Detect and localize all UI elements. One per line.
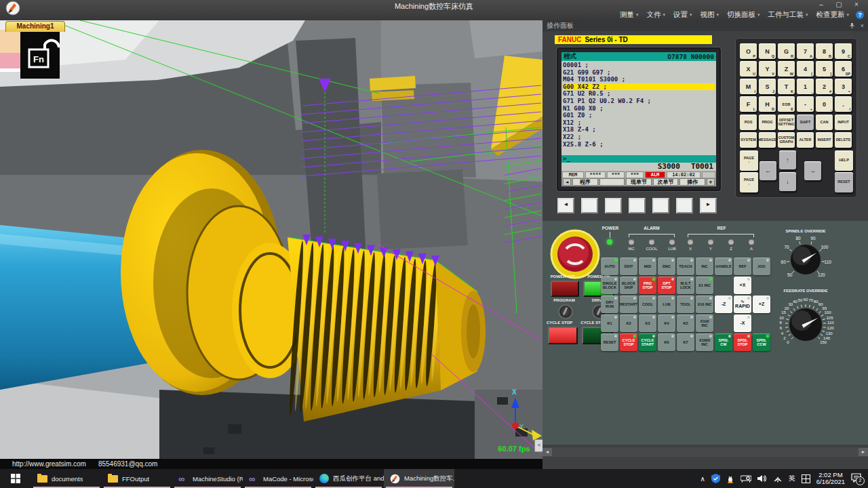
mdi-key-x[interactable]: XU [740, 61, 757, 77]
taskbar-item[interactable]: Machining数控车... [384, 469, 454, 488]
machine-key-reset[interactable]: RESET [601, 333, 618, 351]
taskbar-item[interactable]: documents [31, 469, 102, 488]
ime-language-indicator[interactable]: 英 [789, 474, 795, 483]
machine-key-cool[interactable]: COOL [639, 296, 656, 313]
key-prog[interactable]: PROG [759, 115, 776, 130]
key-cursor-right[interactable]: → [804, 161, 821, 180]
key-system[interactable]: SYSTEM [740, 132, 757, 148]
key-page-up[interactable]: PAGE↑ [740, 150, 758, 171]
security-shield-icon[interactable] [711, 474, 720, 483]
machine-key-opt-stop[interactable]: OPT STOP [658, 277, 675, 294]
taskbar-item[interactable]: 西瓜创作平台 and... [313, 469, 384, 488]
softkey-button[interactable] [629, 198, 646, 214]
mdi-key-1[interactable]: 1, [797, 79, 814, 94]
machine-key-prg-stop[interactable]: PRG STOP [639, 277, 656, 294]
mdi-key-0[interactable]: 0. [816, 96, 833, 112]
network-signal-icon[interactable] [773, 474, 783, 483]
start-button[interactable] [0, 469, 31, 488]
menu-item[interactable]: 视图▾ [696, 9, 723, 20]
machine-key-dnc[interactable]: DNC [658, 258, 675, 275]
softkey[interactable]: 次单节 [653, 178, 679, 186]
panel-horizontal-scrollbar[interactable]: ◄ ► [542, 447, 868, 457]
mdi-key-f[interactable]: FL [740, 96, 757, 112]
help-icon[interactable]: ? [856, 11, 864, 19]
key-offset-setting[interactable]: OFFSET SETTING [778, 115, 795, 130]
fn-lock-overlay[interactable]: Fn [20, 26, 60, 79]
softkey-page-right[interactable]: + [707, 178, 715, 186]
panel-collapse-button[interactable]: < [534, 439, 542, 452]
key-message[interactable]: MESSAGE [759, 132, 776, 148]
panel-close-icon[interactable]: × [861, 22, 864, 29]
softkey[interactable]: 操作 [679, 178, 705, 186]
machine-key-k1[interactable]: K1 [601, 314, 618, 332]
key-help[interactable]: HELP [835, 150, 853, 171]
mdi-key-2[interactable]: 2# [816, 79, 833, 94]
machine-key-rapid[interactable]: ∿RAPID [734, 296, 751, 313]
machine-key-ref[interactable]: REF [734, 258, 751, 275]
menu-item[interactable]: 工件与工装▾ [764, 9, 812, 20]
pin-icon[interactable] [849, 22, 855, 28]
feedrate-override-knob[interactable]: FEEDRATE OVERRIDE 0246810152030405060708… [755, 289, 856, 359]
softkey-button-left[interactable]: ◄ [557, 198, 574, 214]
machine-key-m-s-t-lock[interactable]: M.S.T LOCK [677, 277, 694, 294]
key-reset[interactable]: RESET [835, 172, 853, 192]
machine-key-k5[interactable]: K5 [677, 314, 694, 332]
key-page-down[interactable]: PAGE↓ [740, 172, 758, 192]
softkey-button[interactable] [581, 198, 598, 214]
mdi-key--[interactable]: -+ [797, 96, 814, 112]
mdi-key-eob[interactable]: EOBE [778, 96, 795, 112]
machine-key-x1000-inc[interactable]: X1000 INC [696, 333, 713, 351]
softkey[interactable] [599, 178, 625, 186]
machine-key-edit[interactable]: EDIT [620, 258, 637, 275]
taskbar-item[interactable]: FFOutput [102, 469, 172, 488]
projector-icon[interactable] [741, 474, 751, 483]
machine-key-lub[interactable]: LUB [658, 296, 675, 313]
mdi-key-g[interactable]: GR [778, 43, 795, 59]
key-shift[interactable]: SHIFT [797, 115, 814, 130]
key-can[interactable]: CAN [816, 115, 833, 130]
mdi-key-n[interactable]: NQ [759, 43, 776, 59]
mdi-key-h[interactable]: HD [759, 96, 776, 112]
machine-key-restart[interactable]: RESTART [620, 296, 637, 313]
mdi-key-9[interactable]: 9C [835, 43, 852, 59]
mdi-key-3[interactable]: 3= [835, 79, 852, 94]
mdi-key-m[interactable]: MI [740, 79, 757, 94]
3d-viewport[interactable]: X Y Fn 60.07 fps < [0, 20, 542, 459]
softkey-page-left[interactable]: ◄ [563, 178, 571, 186]
machine-key-single-block[interactable]: SINGLE BLOCK [601, 277, 618, 294]
machine-key-block-skip[interactable]: BLOCK SKIP [620, 277, 637, 294]
machine-key-tool[interactable]: TOOL [677, 296, 694, 313]
softkey[interactable]: 现单节 [626, 178, 652, 186]
softkey-button-right[interactable]: ► [700, 198, 717, 214]
menu-item[interactable]: 文件▾ [642, 9, 669, 20]
menu-item[interactable]: 设置▾ [669, 9, 696, 20]
key-insert[interactable]: INSERT [816, 132, 833, 148]
machine-key-k7[interactable]: K7 [677, 333, 694, 351]
machine-key-mdi[interactable]: MDI [639, 258, 656, 275]
machine-key-k3[interactable]: K3 [639, 314, 656, 332]
scroll-left-button[interactable]: ◄ [542, 448, 552, 456]
machine-key-k2[interactable]: K2 [620, 314, 637, 332]
penguin-app-icon[interactable] [726, 474, 734, 483]
softkey-button[interactable] [652, 198, 669, 214]
key-input[interactable]: INPUT [835, 115, 852, 130]
taskbar-item[interactable]: ∞MachineStudio (Ru... [172, 469, 243, 488]
mdi-key-o[interactable]: OP [740, 43, 757, 59]
softkey-button[interactable] [605, 198, 622, 214]
key-cursor-up[interactable]: ↑ [779, 150, 796, 169]
key-alter[interactable]: ALTER [797, 132, 814, 148]
mdi-key-.[interactable]: ./ [835, 96, 852, 112]
machine-key-teach[interactable]: TEACH [677, 258, 694, 275]
machine-key-dry-run[interactable]: DRY RUN [601, 296, 618, 313]
taskbar-item[interactable]: ∞MaCode - Microsof... [243, 469, 313, 488]
tray-expand-icon[interactable]: ∧ [700, 475, 705, 483]
machine-key-cycle-stop[interactable]: CYCLE STOP [620, 333, 637, 351]
menu-item[interactable]: 测量▾ [616, 9, 643, 20]
softkey-button[interactable] [676, 198, 693, 214]
mdi-key-5[interactable]: 5] [816, 61, 833, 77]
program-keyswitch[interactable] [558, 304, 573, 319]
emergency-stop-button[interactable] [549, 228, 601, 280]
mdi-key-8[interactable]: 8B [816, 43, 833, 59]
machine-key--z[interactable]: -Z [715, 296, 732, 313]
speaker-icon[interactable] [757, 474, 767, 483]
